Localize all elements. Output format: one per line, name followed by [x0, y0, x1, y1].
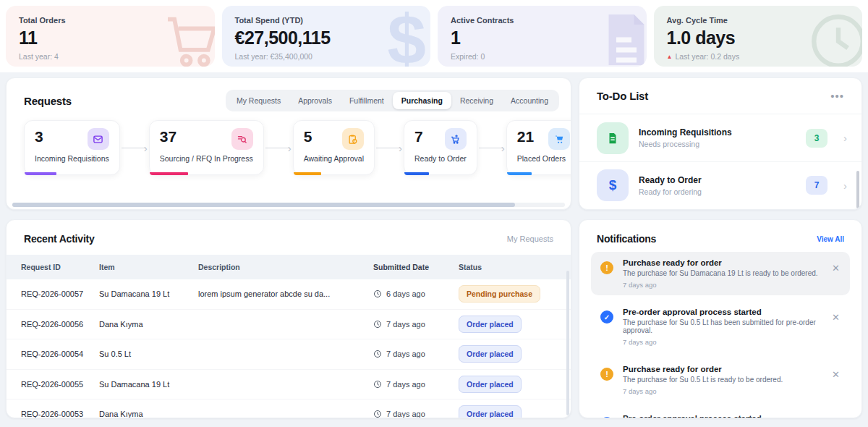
submitted-date: 6 days ago [386, 289, 425, 298]
kpi-label: Avg. Cycle Time [667, 16, 850, 25]
notifications-title: Notifications [597, 233, 656, 245]
tab-accounting[interactable]: Accounting [502, 92, 557, 109]
stage-incoming-requisitions[interactable]: 3 Incoming Requisitions [24, 120, 120, 175]
kpi-value: 1.0 days [667, 28, 850, 48]
notification-item: ! Purchase ready for order The purchase … [591, 358, 850, 402]
todo-vertical-scrollbar[interactable] [856, 171, 859, 208]
activity-filter-label[interactable]: My Requests [507, 234, 553, 243]
clipboard-clock-icon [342, 128, 364, 150]
tab-approvals[interactable]: Approvals [289, 92, 341, 109]
rfq-search-icon [231, 128, 253, 150]
submitted-date: 7 days ago [386, 350, 425, 358]
todo-count-badge: 3 [806, 129, 827, 148]
item-name: Su Damacana 19 Lt [99, 289, 198, 298]
close-icon[interactable]: ✕ [832, 370, 840, 379]
notifications-panel: Notifications View All ! Purchase ready … [579, 219, 862, 418]
todo-item-title: Ready to Order [639, 175, 796, 185]
dollar-icon: $ [597, 169, 629, 201]
stage-accent-bar [404, 172, 429, 175]
notification-body: The purchase for Su 0.5 Lt is ready to b… [623, 376, 824, 384]
requests-panel: Requests My Requests Approvals Fulfillme… [6, 77, 571, 210]
status-badge: Order placed [459, 345, 522, 363]
todo-item-incoming-requisitions[interactable]: Incoming Requisitions Needs processing 3… [579, 114, 861, 161]
stage-count: 5 [304, 128, 312, 145]
table-row[interactable]: REQ-2026-00054 Su 0.5 Lt 7 days ago Orde… [7, 339, 571, 370]
stage-accent-bar [507, 172, 532, 175]
column-status: Status [459, 263, 571, 271]
kpi-subtext: Last year: 4 [19, 52, 202, 61]
check-circle-icon: ✓ [600, 417, 613, 418]
kpi-value: 11 [19, 28, 202, 48]
activity-vertical-scrollbar[interactable] [566, 271, 569, 415]
close-icon[interactable]: ✕ [832, 263, 840, 273]
recent-activity-panel: Recent Activity My Requests Request ID I… [6, 219, 571, 418]
request-id: REQ-2026-00056 [7, 320, 99, 329]
stage-label: Awaiting Approval [304, 154, 364, 163]
request-id: REQ-2026-00053 [7, 410, 99, 418]
requests-tab-bar: My Requests Approvals Fulfillment Purcha… [226, 90, 559, 111]
notification-title: Pre-order approval process started [623, 414, 824, 418]
status-badge: Order placed [459, 376, 522, 393]
chevron-right-icon[interactable]: › [843, 179, 847, 192]
notification-time: 7 days ago [623, 281, 824, 289]
tab-fulfillment[interactable]: Fulfillment [341, 92, 393, 109]
table-row[interactable]: REQ-2026-00057 Su Damacana 19 Lt lorem i… [7, 279, 571, 310]
stage-sourcing-rfq[interactable]: 37 Sourcing / RFQ In Progress [149, 120, 264, 175]
tab-purchasing[interactable]: Purchasing [393, 92, 451, 109]
table-row[interactable]: REQ-2026-00056 Dana Kıyma 7 days ago Ord… [7, 310, 571, 340]
stage-awaiting-approval[interactable]: 5 Awaiting Approval [293, 120, 375, 175]
request-id: REQ-2026-00057 [7, 289, 99, 298]
notification-body: The purchase for Su 0.5 Lt has been subm… [623, 318, 824, 334]
requests-title: Requests [24, 95, 72, 107]
submitted-date: 7 days ago [386, 380, 425, 389]
notification-body: The purchase for Su Damacana 19 Lt is re… [623, 269, 824, 277]
todo-item-ready-to-order[interactable]: $ Ready to Order Ready for ordering 7 › [579, 161, 861, 208]
clock-icon [373, 320, 382, 329]
table-row[interactable]: REQ-2026-00053 Dana Kıyma 7 days ago Ord… [7, 399, 571, 418]
table-row[interactable]: REQ-2026-00055 Su Damacana 19 Lt 7 days … [7, 370, 571, 400]
stage-count: 37 [160, 128, 176, 145]
item-name: Su Damacana 19 Lt [99, 380, 198, 389]
kpi-value: €27,500,115 [235, 28, 418, 48]
column-request-id: Request ID [7, 263, 99, 271]
clock-icon [373, 289, 382, 298]
chevron-right-icon[interactable]: › [843, 132, 847, 144]
clock-icon [373, 410, 382, 418]
tab-my-requests[interactable]: My Requests [228, 92, 289, 109]
view-all-link[interactable]: View All [817, 235, 844, 243]
warning-icon: ! [600, 368, 613, 381]
pipeline-horizontal-scrollbar[interactable] [12, 203, 565, 207]
notification-item: ! Purchase ready for order The purchase … [591, 252, 850, 295]
stage-placed-orders[interactable]: 21 Placed Orders [506, 120, 571, 175]
stage-connector-arrow: › [479, 143, 505, 153]
kpi-total-spend: $ Total Spend (YTD) €27,500,115 Last yea… [222, 6, 431, 67]
close-icon[interactable]: ✕ [832, 313, 840, 322]
stage-count: 21 [517, 128, 534, 145]
description: lorem ipsum generator abcde su da... [198, 289, 373, 298]
stage-accent-bar [294, 172, 321, 175]
submitted-date: 7 days ago [386, 320, 425, 329]
document-icon [597, 122, 629, 154]
status-badge: Order placed [459, 316, 522, 333]
activity-table-header: Request ID Item Description Submitted Da… [7, 255, 571, 279]
tab-receiving[interactable]: Receiving [451, 92, 502, 109]
check-circle-icon: ✓ [600, 310, 613, 324]
notification-item: ✓ Pre-order approval process started The… [591, 301, 850, 352]
kpi-avg-cycle-time: Avg. Cycle Time 1.0 days ▲ Last year: 0.… [654, 6, 863, 67]
clock-icon [373, 350, 382, 358]
kpi-active-contracts: Active Contracts 1 Expired: 0 [438, 6, 647, 67]
notification-title: Purchase ready for order [623, 365, 824, 373]
item-name: Dana Kıyma [99, 320, 198, 329]
item-name: Dana Kıyma [99, 410, 198, 418]
scrollbar-thumb[interactable] [12, 203, 515, 207]
submitted-date: 7 days ago [386, 410, 425, 418]
stage-connector-arrow: › [376, 143, 402, 153]
clock-icon [373, 380, 382, 389]
warning-icon: ! [600, 261, 613, 274]
kpi-subtext-label: Last year: 0.2 days [675, 52, 739, 61]
delta-up-icon: ▲ [667, 54, 673, 60]
stage-label: Placed Orders [517, 154, 570, 163]
ellipsis-menu-icon[interactable]: ••• [830, 90, 844, 102]
stage-ready-to-order[interactable]: 7 Ready to Order [404, 120, 477, 175]
stage-connector-arrow: › [265, 143, 292, 153]
